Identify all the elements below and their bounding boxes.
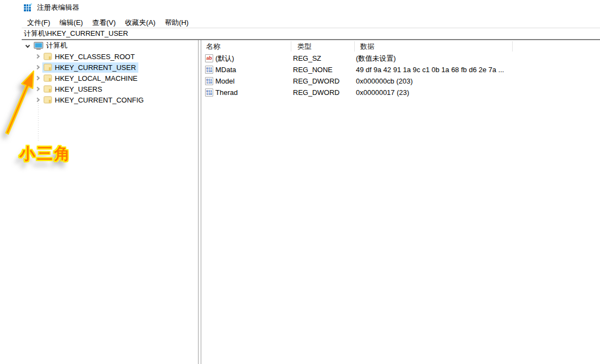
menu-favorites[interactable]: 收藏夹(A) — [122, 17, 159, 27]
value-type: REG_DWORD — [293, 77, 356, 85]
value-data: (数值未设置) — [356, 54, 600, 63]
column-separator[interactable] — [291, 41, 291, 52]
registry-value-row[interactable]: 011 110 Model REG_DWORD 0x000000cb (203) — [201, 75, 600, 87]
annotation-label: 小三角 — [20, 143, 72, 165]
registry-value-row[interactable]: 011 110 MData REG_NONE 49 df 9a 42 91 1a… — [201, 64, 600, 75]
string-value-icon — [205, 54, 213, 62]
chevron-right-icon[interactable] — [35, 87, 40, 91]
tree-item-hkey-current-config[interactable]: HKEY_CURRENT_CONFIG — [22, 94, 198, 105]
computer-icon — [34, 42, 43, 50]
chevron-right-icon[interactable] — [35, 65, 40, 69]
regedit-app-icon — [24, 3, 33, 12]
panel-splitter[interactable] — [198, 40, 199, 364]
list-header: 名称 类型 数据 — [201, 40, 600, 53]
tree-item-label: HKEY_USERS — [55, 85, 102, 93]
tree-item-hkey-classes-root[interactable]: HKEY_CLASSES_ROOT — [22, 51, 198, 62]
registry-values-panel: 名称 类型 数据 (默认) REG_SZ (数值未设置) 011 110 MDa… — [201, 40, 600, 364]
chevron-right-icon[interactable] — [35, 76, 40, 80]
tree-item-hkey-local-machine[interactable]: HKEY_LOCAL_MACHINE — [22, 73, 198, 84]
tree-guide-dots — [38, 101, 39, 142]
folder-icon — [43, 96, 52, 104]
tree-item-hkey-current-user[interactable]: HKEY_CURRENT_USER — [22, 62, 198, 73]
column-separator[interactable] — [354, 41, 355, 52]
window-title: 注册表编辑器 — [37, 3, 79, 12]
folder-icon — [43, 85, 52, 93]
column-header-name[interactable]: 名称 — [201, 42, 291, 52]
value-name: Therad — [215, 88, 238, 97]
value-name: (默认) — [215, 54, 234, 63]
binary-value-icon: 011 110 — [205, 66, 213, 74]
value-name: Model — [215, 77, 234, 85]
tree-item-label: HKEY_CLASSES_ROOT — [55, 53, 135, 61]
value-type: REG_NONE — [293, 66, 356, 74]
folder-icon — [43, 53, 52, 60]
value-type: REG_DWORD — [293, 88, 356, 97]
tree-item-label: HKEY_CURRENT_CONFIG — [55, 96, 144, 104]
column-header-data[interactable]: 数据 — [354, 42, 374, 52]
tree-item-hkey-users[interactable]: HKEY_USERS — [22, 84, 198, 94]
binary-value-icon: 011 110 — [205, 88, 213, 97]
address-bar[interactable]: 计算机\HKEY_CURRENT_USER — [22, 28, 600, 39]
value-data: 0x00000017 (23) — [356, 88, 600, 97]
menu-help[interactable]: 帮助(H) — [162, 17, 193, 27]
tree-item-label: HKEY_CURRENT_USER — [55, 63, 136, 72]
folder-icon — [43, 74, 52, 82]
binary-value-icon: 011 110 — [205, 77, 213, 85]
menu-view[interactable]: 查看(V) — [89, 17, 119, 27]
menu-bar: 文件(F) 编辑(E) 查看(V) 收藏夹(A) 帮助(H) — [24, 17, 195, 27]
tree-item-computer[interactable]: 计算机 — [22, 40, 198, 51]
menu-file[interactable]: 文件(F) — [24, 17, 54, 27]
menu-edit[interactable]: 编辑(E) — [56, 17, 87, 27]
value-data: 0x000000cb (203) — [356, 77, 600, 85]
column-header-type[interactable]: 类型 — [291, 42, 354, 52]
registry-value-row[interactable]: (默认) REG_SZ (数值未设置) — [201, 53, 600, 64]
column-separator[interactable] — [512, 41, 513, 52]
value-name: MData — [215, 66, 236, 74]
folder-icon — [43, 63, 52, 71]
tree-item-label: HKEY_LOCAL_MACHINE — [55, 74, 137, 82]
tree-item-label: 计算机 — [46, 41, 67, 50]
selected-tree-node[interactable]: HKEY_CURRENT_USER — [42, 62, 138, 73]
chevron-down-icon[interactable] — [25, 43, 30, 48]
title-bar: 注册表编辑器 — [24, 3, 79, 12]
chevron-right-icon[interactable] — [35, 98, 40, 102]
value-type: REG_SZ — [293, 54, 356, 62]
address-path: 计算机\HKEY_CURRENT_USER — [22, 29, 128, 39]
value-data: 49 df 9a 42 91 1a 9c c1 0b 1a 68 fb d6 2… — [356, 66, 600, 74]
chevron-right-icon[interactable] — [35, 54, 40, 59]
registry-value-row[interactable]: 011 110 Therad REG_DWORD 0x00000017 (23) — [201, 87, 600, 98]
registry-tree-panel: 计算机 HKEY_CLASSES_ROOT HKEY_CURRENT_U — [22, 40, 198, 364]
